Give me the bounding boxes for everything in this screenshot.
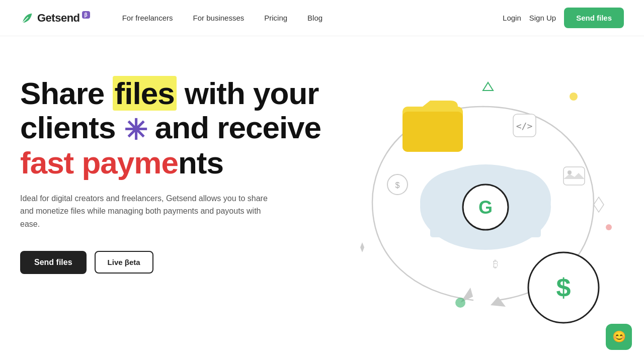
nav-send-files-button[interactable]: Send files	[564, 8, 624, 28]
hero-title-line1: Share files with your	[20, 76, 318, 111]
hero-illustration-area: G $ </> $	[332, 66, 624, 362]
svg-point-21	[455, 298, 465, 308]
nav-right: Login Sign Up Send files	[503, 8, 624, 28]
nav-blog[interactable]: Blog	[299, 10, 331, 26]
svg-text:$: $	[556, 273, 571, 302]
logo-icon	[20, 11, 34, 25]
nav-freelancers[interactable]: For freelancers	[114, 10, 181, 26]
chat-widget[interactable]: 😊	[606, 324, 632, 350]
hero-send-files-button[interactable]: Send files	[20, 251, 87, 274]
hero-fast-red: fast payme	[20, 145, 178, 180]
logo-beta-badge: β	[82, 11, 90, 19]
svg-text:₿: ₿	[493, 258, 498, 269]
svg-point-15	[568, 170, 572, 174]
hero-illustration: G $ </> $	[342, 56, 624, 338]
chat-icon: 😊	[612, 330, 626, 343]
logo-link[interactable]: Getsend β	[20, 11, 90, 25]
svg-marker-0	[491, 297, 506, 307]
svg-marker-19	[483, 82, 493, 90]
svg-point-22	[606, 224, 612, 230]
svg-text:$: $	[395, 181, 400, 190]
hero-content: Share files with your clients ✳ and rece…	[20, 66, 332, 274]
hero-fast-dark: nts	[178, 145, 223, 180]
logo-text: Getsend	[37, 12, 80, 25]
navbar: Getsend β For freelancers For businesses…	[0, 0, 644, 36]
signup-link[interactable]: Sign Up	[529, 14, 556, 22]
hero-title: Share files with your clients ✳ and rece…	[20, 76, 332, 180]
hero-beta-button[interactable]: Live βeta	[95, 251, 153, 274]
hero-title-line2: clients ✳ and receive	[20, 110, 321, 145]
nav-links: For freelancers For businesses Pricing B…	[114, 10, 503, 26]
login-link[interactable]: Login	[503, 14, 521, 22]
svg-rect-3	[403, 112, 463, 152]
svg-text:</>: </>	[516, 121, 533, 131]
nav-businesses[interactable]: For businesses	[185, 10, 253, 26]
hero-description: Ideal for digital creators and freelance…	[20, 192, 282, 231]
hero-star-icon: ✳	[124, 114, 147, 146]
hero-buttons: Send files Live βeta	[20, 251, 332, 274]
nav-pricing[interactable]: Pricing	[256, 10, 295, 26]
hero-fast-payments: fast payments	[20, 146, 332, 180]
hero-title-highlight: files	[113, 76, 177, 111]
svg-point-20	[570, 93, 578, 101]
hero-section: Share files with your clients ✳ and rece…	[0, 36, 644, 362]
svg-text:G: G	[478, 197, 493, 218]
